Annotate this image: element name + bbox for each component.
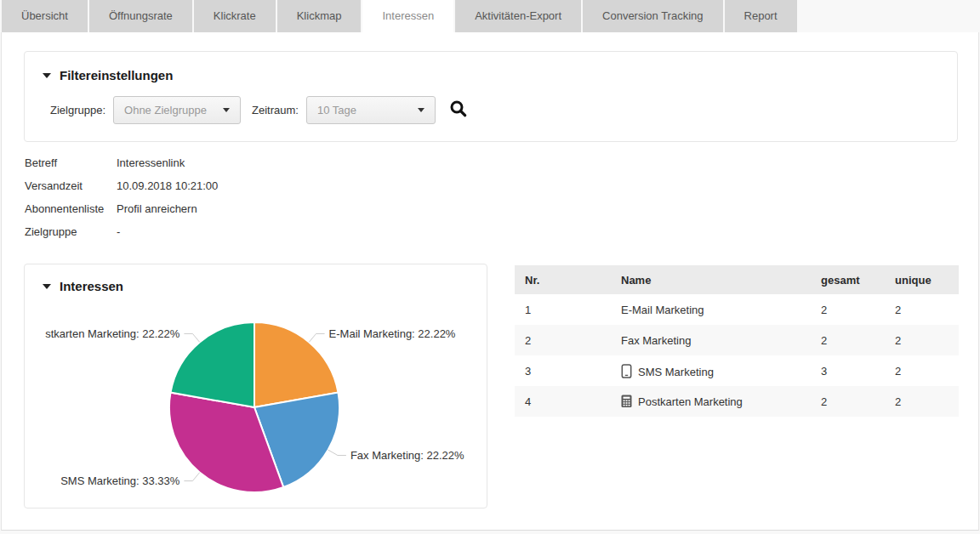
cell-name: Postkarten Marketing [611, 386, 811, 417]
tab-interessen[interactable]: Interessen [362, 0, 453, 32]
cell-name: E-Mail Marketing [611, 294, 811, 325]
mobile-phone-icon [621, 364, 632, 378]
tab-aktivitaeten-export[interactable]: Aktivitäten-Export [455, 0, 581, 32]
col-header-unique: unique [885, 265, 959, 294]
cell-gesamt: 2 [811, 325, 885, 355]
cell-name-text: SMS Marketing [638, 366, 714, 378]
zeitraum-label: Zeitraum: [252, 104, 299, 116]
pie-label-leader-line [184, 473, 199, 481]
tab-report[interactable]: Report [725, 0, 797, 32]
cell-unique: 2 [885, 355, 959, 386]
info-value: 10.09.2018 10:21:00 [117, 179, 218, 192]
pie-chart-wrap: E-Mail Marketing: 22.22%Fax Marketing: 2… [25, 303, 487, 506]
pie-slice-label: SMS Marketing: 33.33% [60, 474, 180, 487]
tab-klickrate[interactable]: Klickrate [194, 0, 276, 32]
pie-label-leader-line [309, 333, 324, 342]
info-row-abonnentenliste: Abonnentenliste Profil anreichern [25, 202, 218, 215]
zeitraum-dropdown[interactable]: 10 Tage [306, 96, 436, 124]
interessen-table: Nr. Name gesamt unique 1 E-Mail Marketin… [515, 265, 959, 417]
cell-name-text: Postkarten Marketing [638, 395, 743, 408]
cell-nr: 1 [515, 294, 611, 325]
collapse-triangle-icon [43, 284, 51, 289]
interessen-panel: Interessen E-Mail Marketing: 22.22%Fax M… [24, 264, 487, 508]
cell-gesamt: 3 [811, 355, 885, 386]
col-header-nr: Nr. [515, 265, 611, 294]
info-row-versandzeit: Versandzeit 10.09.2018 10:21:00 [25, 179, 218, 192]
zeitraum-dropdown-value: 10 Tage [317, 104, 356, 116]
mailing-info: Betreff Interessenlink Versandzeit 10.09… [25, 156, 218, 248]
info-value: Interessenlink [117, 156, 185, 169]
info-row-zielgruppe: Zielgruppe - [25, 225, 218, 238]
tab-oeffnungsrate[interactable]: Öffnungsrate [89, 0, 192, 32]
cell-name: SMS Marketing [611, 355, 811, 386]
table-header-row: Nr. Name gesamt unique [515, 265, 959, 294]
cell-unique: 2 [885, 386, 959, 417]
pie-slice-label: Fax Marketing: 22.22% [350, 449, 464, 462]
filter-settings-header[interactable]: Filtereinstellungen [43, 68, 957, 83]
filter-settings-title: Filtereinstellungen [60, 68, 173, 82]
cell-name: Fax Marketing [611, 325, 811, 355]
table-row: 4 Postkarten Marketing 2 [515, 386, 959, 417]
info-label: Abonnentenliste [25, 202, 117, 215]
info-label: Betreff [25, 156, 117, 169]
tab-uebersicht[interactable]: Übersicht [2, 0, 88, 32]
collapse-triangle-icon [43, 73, 51, 78]
page: Übersicht Öffnungsrate Klickrate Klickma… [0, 0, 980, 534]
col-header-gesamt: gesamt [811, 265, 885, 294]
chevron-down-icon [223, 108, 230, 112]
calculator-icon [621, 395, 632, 408]
zielgruppe-dropdown-value: Ohne Zielgruppe [124, 104, 207, 116]
pie-slice-stkarten-marketing[interactable] [171, 322, 255, 407]
search-button[interactable] [447, 98, 470, 122]
tab-conversion-tracking[interactable]: Conversion Tracking [583, 0, 723, 32]
tab-klickmap[interactable]: Klickmap [277, 0, 362, 32]
table-row: 1 E-Mail Marketing 2 2 [515, 294, 959, 325]
interessen-pie-chart: E-Mail Marketing: 22.22%Fax Marketing: 2… [25, 303, 488, 503]
content-area: Filtereinstellungen Zielgruppe: Ohne Zie… [1, 32, 979, 531]
filter-settings-panel: Filtereinstellungen Zielgruppe: Ohne Zie… [24, 51, 958, 142]
cell-unique: 2 [885, 294, 959, 325]
interessen-header[interactable]: Interessen [43, 279, 487, 294]
info-value: Profil anreichern [117, 202, 197, 215]
cell-unique: 2 [885, 325, 959, 355]
pie-label-leader-line [184, 333, 199, 342]
cell-gesamt: 2 [811, 386, 885, 417]
cell-nr: 4 [515, 386, 611, 417]
cell-nr: 3 [515, 355, 611, 386]
pie-label-leader-line [328, 450, 346, 456]
zielgruppe-dropdown[interactable]: Ohne Zielgruppe [113, 96, 241, 124]
info-value: - [117, 225, 120, 238]
cell-gesamt: 2 [811, 294, 885, 325]
tab-bar: Übersicht Öffnungsrate Klickrate Klickma… [2, 0, 797, 32]
filter-controls: Zielgruppe: Ohne Zielgruppe Zeitraum: 10… [43, 96, 957, 124]
cell-nr: 2 [515, 325, 611, 355]
info-label: Versandzeit [25, 179, 117, 192]
chevron-down-icon [418, 108, 424, 112]
pie-slice-label: stkarten Marketing: 22.22% [45, 327, 180, 340]
table-row: 2 Fax Marketing 2 2 [515, 325, 959, 355]
table-row: 3 SMS Marketing 3 2 [515, 355, 959, 386]
search-icon [449, 99, 468, 118]
info-label: Zielgruppe [25, 225, 117, 238]
pie-slice-label: E-Mail Marketing: 22.22% [329, 327, 456, 340]
info-row-betreff: Betreff Interessenlink [25, 156, 218, 169]
interessen-title: Interessen [60, 279, 123, 293]
zielgruppe-label: Zielgruppe: [50, 104, 105, 116]
col-header-name: Name [611, 265, 811, 294]
